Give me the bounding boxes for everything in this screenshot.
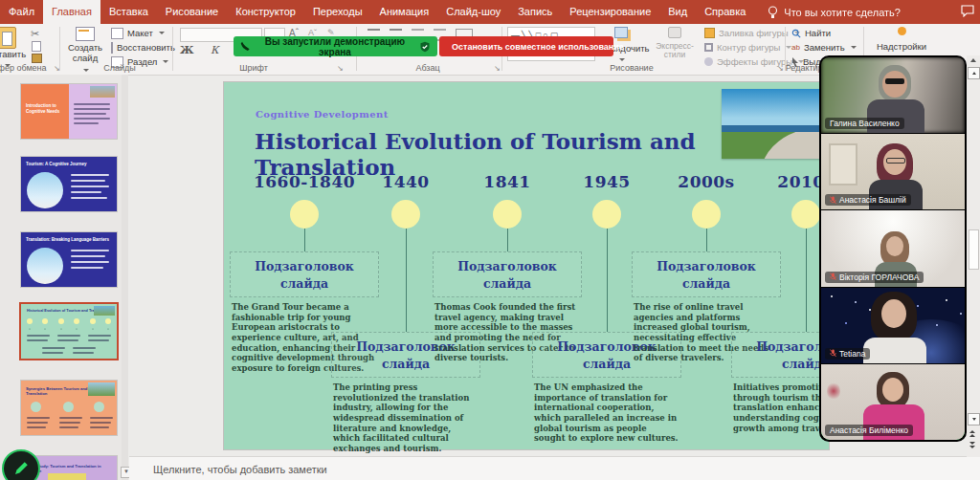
tab-home[interactable]: Главная — [43, 0, 100, 24]
tab-file[interactable]: Файл — [0, 0, 43, 24]
quick-styles-icon — [668, 27, 681, 38]
timeline-stem — [706, 229, 707, 251]
scrollbar-thumb[interactable] — [969, 229, 979, 270]
font-group-label: Шрифт — [220, 63, 287, 73]
notes-placeholder: Щелкните, чтобы добавить заметки — [153, 464, 327, 475]
stop-sharing-button[interactable]: Остановить совместное использование — [439, 36, 613, 56]
timeline-dot — [493, 200, 522, 229]
addins-button[interactable]: Надстройки — [873, 27, 930, 52]
clipboard-group-label: Буфер обмена — [0, 63, 52, 73]
timeline-dot — [290, 200, 319, 229]
thumbnail-scrollbar[interactable] — [122, 75, 128, 480]
slide-canvas[interactable]: Cognitive Development Historical Evoluti… — [224, 82, 829, 449]
photo-sea — [722, 125, 829, 132]
font-dialog-launcher[interactable]: ↘ — [337, 64, 344, 73]
shape-fill-icon — [704, 28, 715, 38]
scroll-up-button[interactable] — [968, 67, 980, 79]
timeline-body[interactable]: The UN emphasized the importance of tran… — [534, 382, 679, 444]
scroll-down-button[interactable] — [968, 413, 980, 425]
slide-kicker: Cognitive Development — [256, 109, 389, 120]
ribbon-tab-bar: Файл Главная Вставка Рисование Конструкт… — [0, 0, 980, 24]
tab-transitions[interactable]: Переходы — [304, 0, 371, 24]
slides-group-label: Слайды — [86, 63, 153, 73]
timeline-stem — [507, 229, 508, 251]
quick-styles-button[interactable]: Экспресс-стили — [651, 27, 699, 60]
timeline-year: 1440 — [382, 172, 429, 191]
shield-check-icon — [419, 41, 431, 53]
tab-draw[interactable]: Рисование — [157, 0, 227, 24]
tab-animations[interactable]: Анимация — [371, 0, 438, 24]
comment-icon[interactable] — [961, 5, 974, 19]
tab-slideshow[interactable]: Слайд-шоу — [437, 0, 509, 24]
participant-name: Вікторія ГОРЛАЧОВА — [839, 273, 919, 282]
collapse-ribbon-icon[interactable] — [970, 58, 976, 62]
thumbnail-slide-2[interactable]: Tourism: A Cognitive Journey — [21, 157, 117, 211]
annotation-pencil-button[interactable] — [2, 449, 40, 480]
mic-muted-icon — [830, 196, 836, 205]
participant-name: Анастасія Башлій — [839, 195, 906, 205]
participant-name-badge: Анастасія Башлій — [825, 194, 911, 206]
cut-icon[interactable]: ✂ — [31, 28, 39, 40]
photo-grass — [722, 132, 829, 159]
layout-button[interactable]: Макет — [111, 27, 170, 39]
mic-muted-icon — [830, 349, 836, 358]
new-slide-icon — [76, 27, 95, 41]
thumbnail-slide-1[interactable]: Introduction to Cognitive Needs — [21, 84, 117, 139]
timeline-year: 1841 — [483, 172, 530, 191]
paragraph-group-label: Абзац — [394, 63, 461, 73]
thumb4-photo — [94, 306, 115, 316]
participant-name-badge: Tetiana — [825, 348, 870, 360]
tab-review[interactable]: Рецензирование — [561, 0, 659, 24]
copy-icon[interactable] — [32, 41, 41, 54]
avatar-body — [863, 338, 926, 364]
timeline-year: 1945 — [583, 172, 630, 191]
slide-thumbnail-panel: Introduction to Cognitive Needs Tourism:… — [0, 75, 128, 480]
timeline-dot — [391, 200, 420, 229]
thumb6-photo — [48, 473, 86, 480]
thumb2-title: Tourism: A Cognitive Journey — [26, 162, 112, 167]
right-scrollbar-rail[interactable] — [967, 55, 980, 457]
participant-tile-active-speaker[interactable]: Анастасія Биліменко — [821, 364, 965, 440]
timeline-dot — [791, 200, 820, 229]
lamp-icon — [768, 6, 778, 19]
participant-name: Галина Василенко — [830, 119, 900, 128]
drawing-group-label: Рисование — [593, 63, 670, 73]
thumbnail-slide-3[interactable]: Translation: Breaking Language Barriers — [21, 232, 117, 287]
next-slide-button[interactable] — [969, 442, 975, 448]
avatar-face — [881, 299, 906, 328]
thumb4-timeline-dots — [27, 318, 111, 324]
replace-button[interactable]: ab Заменить — [791, 41, 858, 54]
participant-tile[interactable]: Галина Василенко — [821, 57, 965, 134]
thumbnail-slide-5[interactable]: Synergies Between Tourism and Translatio… — [21, 381, 117, 435]
participant-tile[interactable]: Вікторія ГОРЛАЧОВА — [821, 210, 965, 287]
tab-insert[interactable]: Вставка — [100, 0, 157, 24]
timeline-dot — [692, 200, 721, 229]
reset-icon — [111, 42, 113, 54]
avatar-face — [882, 378, 903, 402]
participant-name: Tetiana — [839, 349, 865, 359]
bold-button[interactable]: Ж — [180, 44, 200, 56]
participant-tile[interactable]: Tetiana — [821, 288, 965, 364]
layout-icon — [111, 28, 123, 39]
thumb2-image — [27, 172, 63, 208]
participant-tile[interactable]: Анастасія Башлій — [821, 134, 965, 210]
shape-effects-icon — [704, 57, 713, 66]
timeline-stem — [806, 229, 807, 332]
italic-button[interactable]: К — [211, 44, 226, 56]
tab-record[interactable]: Запись — [509, 0, 561, 24]
tab-view[interactable]: Вид — [659, 0, 696, 24]
thumbnail-slide-4-current[interactable]: Historical Evolution of Tourism and Tran… — [21, 304, 117, 359]
find-button[interactable]: Найти — [791, 27, 858, 39]
previous-slide-button[interactable] — [969, 430, 975, 437]
tab-help[interactable]: Справка — [696, 0, 754, 24]
video-call-panel: Галина Василенко Анастасія Башлій Віктор… — [819, 55, 967, 442]
slide-photo[interactable] — [722, 89, 829, 159]
reset-button[interactable]: Восстановить — [111, 41, 170, 54]
thumb5-photo — [88, 382, 115, 396]
tell-me-search[interactable]: Что вы хотите сделать? — [768, 0, 901, 24]
notes-pane[interactable]: Щелкните, чтобы добавить заметки — [129, 456, 980, 480]
thumb3-title: Translation: Breaking Language Barriers — [26, 237, 114, 243]
timeline-body[interactable]: The printing press revolutionized the tr… — [333, 382, 479, 453]
tab-design[interactable]: Конструктор — [227, 0, 304, 24]
paragraph-dialog-launcher[interactable]: ↘ — [494, 64, 501, 73]
